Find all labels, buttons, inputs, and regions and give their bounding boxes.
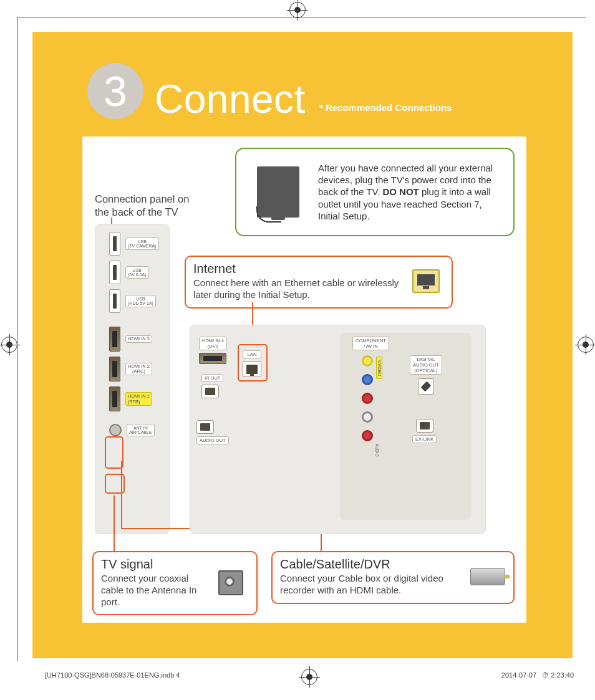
sub-port-group	[340, 333, 471, 520]
port-label: COMPONENT / AV IN	[352, 337, 389, 350]
hdmi-port-icon	[109, 386, 120, 411]
rca-blue-port-icon	[362, 374, 373, 385]
callout-body: Connect your coaxial cable to the Antenn…	[101, 573, 206, 608]
callout-body: Connect here with an Ethernet cable or w…	[193, 277, 402, 301]
port-label: EX-LINK	[412, 435, 437, 443]
caption-connection-panel: Connection panel on the back of the TV	[95, 193, 201, 219]
callout-heading: TV signal	[101, 557, 206, 572]
page-subtitle: * Recommended Connections	[319, 102, 452, 113]
vertical-port-panel: USB (TV CAMERA) USB (5V 0.5A) USB (HDD 5…	[95, 224, 170, 534]
port-label: LAN	[243, 350, 261, 358]
page-title: Connect	[155, 79, 306, 119]
callout-heading: Internet	[193, 262, 402, 276]
callout-internet: Internet Connect here with an Ethernet c…	[185, 256, 453, 309]
usb-port-icon	[109, 289, 120, 313]
power-warning-text: After you have connected all your extern…	[318, 162, 505, 222]
port-label: HDMI IN 3	[125, 335, 152, 343]
registration-mark-icon	[578, 337, 594, 353]
page-footer: [UH7100-QSG]BN68-05937E-01ENG.indb 4 201…	[45, 671, 574, 679]
port-label: ANT IN AIR/CABLE	[127, 424, 155, 436]
step-number-badge: 3	[87, 63, 143, 119]
tv-power-illustration	[245, 158, 311, 226]
ethernet-port-icon	[408, 263, 444, 299]
port-label: IR OUT	[201, 374, 223, 382]
y-video-label: Y/VIDEO	[376, 357, 382, 379]
set-top-box-icon	[470, 559, 506, 595]
content-panel: Connection panel on the back of the TV A…	[82, 137, 526, 623]
hdmi-port-icon	[109, 327, 120, 352]
rca-white-port-icon	[362, 411, 373, 423]
port-label: HDMI IN 4 (DVI)	[199, 337, 227, 350]
coax-port-icon	[109, 424, 122, 436]
rca-yellow-port-icon	[362, 355, 373, 367]
coax-connector-icon	[213, 565, 249, 601]
page-header: 3 Connect * Recommended Connections	[82, 63, 523, 119]
optical-port-icon	[418, 378, 434, 395]
port-label: USB (HDD 5V 1A)	[125, 295, 156, 307]
port-label: HDMI IN 2 (ARC)	[125, 363, 152, 376]
lan-port-icon	[243, 361, 261, 377]
rca-red-port-icon	[362, 430, 373, 441]
exlink-port-icon	[416, 419, 433, 433]
port-label-highlighted: HDMI IN 1 (STB)	[125, 392, 152, 406]
connector-line	[114, 496, 115, 552]
footer-filename: [UH7100-QSG]BN68-05937E-01ENG.indb 4	[45, 671, 180, 679]
port-label: USB (5V 0.5A)	[125, 266, 149, 279]
rca-red-port-icon	[362, 393, 373, 404]
port-label: DIGITAL AUDIO OUT (OPTICAL)	[410, 355, 442, 375]
callout-cable-satellite: Cable/Satellite/DVR Connect your Cable b…	[271, 551, 515, 604]
registration-mark-icon	[289, 2, 306, 18]
footer-timestamp: 2014-07-07 ⏱ 2:23:40	[501, 671, 574, 679]
ir-out-port-icon	[201, 385, 219, 398]
connector-line	[121, 461, 122, 528]
main-port-panel: HDMI IN 4 (DVI) IR OUT AUDIO OUT LAN	[190, 325, 486, 534]
rca-port-column	[362, 355, 373, 441]
registration-mark-icon	[1, 337, 17, 353]
hdmi-port-icon	[109, 357, 120, 381]
usb-port-icon	[109, 261, 120, 284]
page-panel: 3 Connect * Recommended Connections Conn…	[32, 32, 573, 658]
port-label: AUDIO OUT	[196, 436, 229, 444]
callout-heading: Cable/Satellite/DVR	[280, 557, 463, 572]
usb-port-icon	[109, 232, 120, 256]
callout-tv-signal: TV signal Connect your coaxial cable to …	[92, 551, 258, 615]
hdmi-port-icon	[199, 353, 226, 364]
audio-side-label: AUDIO	[375, 444, 379, 457]
callout-body: Connect your Cable box or digital video …	[280, 573, 463, 597]
audio-out-port-icon	[196, 420, 214, 434]
power-warning-box: After you have connected all your extern…	[235, 148, 515, 236]
registration-mark-icon	[301, 669, 317, 685]
port-label: USB (TV CAMERA)	[125, 237, 159, 250]
